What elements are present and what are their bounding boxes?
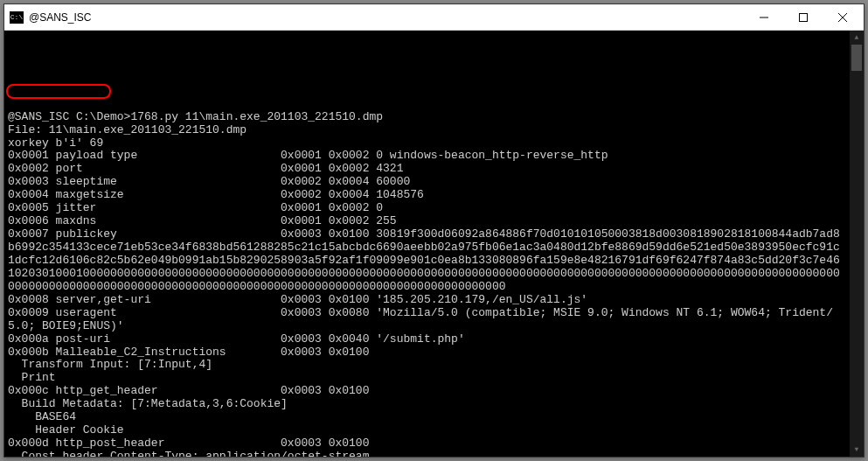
terminal-line: 0x0004 maxgetsize 0x0002 0x0004 1048576 (8, 189, 844, 202)
window-controls (744, 4, 862, 30)
terminal-line: Const_header Content-Type: application/o… (8, 451, 844, 457)
terminal-line: @SANS_ISC C:\Demo>1768.py 11\main.exe_20… (8, 111, 844, 124)
terminal-line: 0x0001 payload type 0x0001 0x0002 0 wind… (8, 150, 844, 163)
minimize-icon (760, 13, 768, 22)
close-icon (838, 13, 847, 22)
titlebar[interactable]: C:\ @SANS_ISC (4, 4, 864, 31)
close-button[interactable] (823, 4, 862, 30)
maximize-icon (799, 13, 808, 22)
terminal-line: 0x0005 jitter 0x0001 0x0002 0 (8, 202, 844, 215)
svg-rect-1 (799, 13, 807, 21)
terminal-line: 0x000b Malleable_C2_Instructions 0x0003 … (8, 346, 844, 360)
terminal-line: 0x0002 port 0x0001 0x0002 4321 (8, 163, 844, 176)
window-title: @SANS_ISC (29, 11, 92, 24)
terminal-content: @SANS_ISC C:\Demo>1768.py 11\main.exe_20… (8, 59, 860, 457)
cmd-icon: C:\ (10, 11, 24, 24)
terminal-line: 0x0006 maxdns 0x0001 0x0002 255 (8, 215, 844, 228)
titlebar-left: C:\ @SANS_ISC (10, 11, 92, 24)
terminal-line: Print (8, 372, 844, 385)
terminal-line: Transform Input: [7:Input,4] (8, 359, 844, 372)
highlight-annotation (6, 84, 111, 99)
terminal-line: xorkey b'i' 69 (8, 137, 844, 150)
maximize-button[interactable] (783, 4, 823, 30)
terminal[interactable]: @SANS_ISC C:\Demo>1768.py 11\main.exe_20… (4, 31, 864, 457)
terminal-line: 0x000c http_get_header 0x0003 0x0100 (8, 385, 844, 398)
terminal-line: 0x0009 useragent 0x0003 0x0080 'Mozilla/… (8, 307, 844, 333)
terminal-line: 0x000a post-uri 0x0003 0x0040 '/submit.p… (8, 333, 844, 346)
terminal-line: 0x0008 server,get-uri 0x0003 0x0100 '185… (8, 294, 844, 307)
terminal-line: Build Metadata: [7:Metadata,3,6:Cookie] (8, 398, 844, 411)
terminal-line: BASE64 (8, 411, 844, 424)
terminal-line: File: 11\main.exe_201103_221510.dmp (8, 124, 844, 137)
scrollbar-thumb[interactable] (851, 45, 862, 71)
vertical-scrollbar[interactable]: ▲ ▼ (850, 31, 864, 457)
terminal-line: 0x0007 publickey 0x0003 0x0100 30819f300… (8, 228, 844, 294)
scroll-up-icon[interactable]: ▲ (850, 31, 864, 45)
terminal-line: Header Cookie (8, 424, 844, 437)
terminal-line: 0x0003 sleeptime 0x0002 0x0004 60000 (8, 176, 844, 189)
terminal-line: 0x000d http_post_header 0x0003 0x0100 (8, 437, 844, 451)
minimize-button[interactable] (744, 4, 783, 30)
app-window: C:\ @SANS_ISC @SANS_ISC C:\Demo>1768.py … (3, 3, 865, 458)
scroll-down-icon[interactable]: ▼ (850, 443, 864, 457)
